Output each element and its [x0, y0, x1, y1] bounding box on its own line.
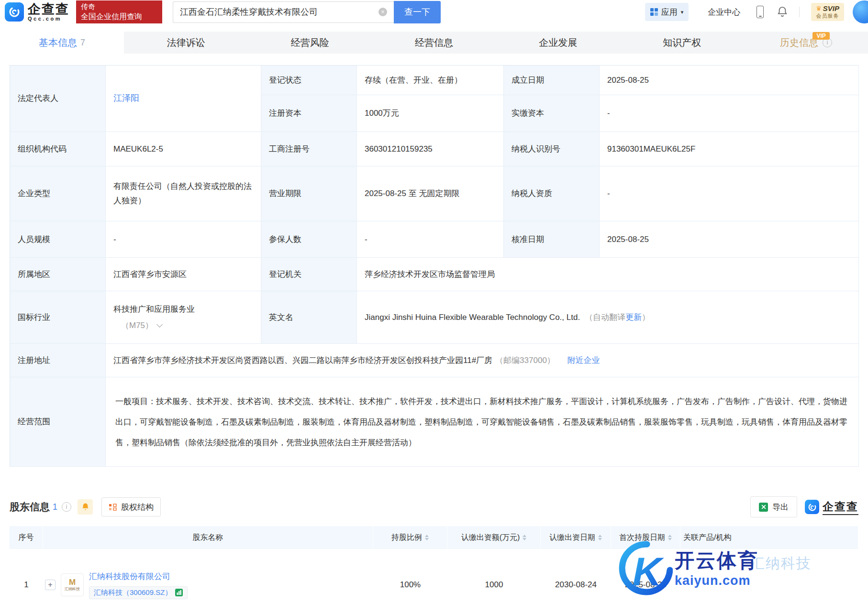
address-cell: 江西省萍乡市萍乡经济技术开发区尚贤西路以西、兴园二路以南萍乡市经济开发区创投科技…: [106, 344, 859, 377]
excel-icon: [759, 503, 768, 512]
avatar-mascot[interactable]: [853, 0, 868, 23]
field-value: -: [357, 221, 504, 258]
kaiyun-brand-text: 开云体育: [675, 549, 759, 571]
field-value: 萍乡经济技术开发区市场监督管理局: [357, 258, 859, 291]
mobile-app-icon[interactable]: [757, 6, 764, 18]
qcc-logo-text: 企查查 Qcc.com: [28, 2, 69, 22]
tab-legal[interactable]: 法律诉讼: [124, 32, 248, 54]
field-value: -: [600, 95, 859, 132]
svip-badge[interactable]: ♛ SVIP 会员服务: [811, 3, 844, 21]
expand-button[interactable]: +: [45, 580, 56, 590]
qcc-logo-icon: [805, 500, 819, 514]
col-header-amount[interactable]: 认缴出资额(万元): [447, 526, 541, 549]
field-value: 360301210159235: [357, 132, 504, 166]
qcc-logo[interactable]: 企查查 Qcc.com: [5, 2, 69, 22]
top-header: 企查查 Qcc.com 传奇 全国企业信用查询 × 查一下 应用 ▾ 企业中心 …: [0, 0, 868, 24]
caret-down-icon: ▾: [681, 9, 684, 15]
shareholders-title: 股东信息: [10, 500, 50, 514]
svg-text:K: K: [633, 549, 664, 594]
kaiyun-k-logo: K: [616, 540, 673, 597]
sort-icon: [668, 535, 672, 540]
tab-development[interactable]: 企业发展: [496, 32, 620, 54]
field-label: 纳税人资质: [504, 166, 600, 221]
shareholder-name-link[interactable]: 汇纳科技股份有限公司: [89, 571, 188, 582]
header-nav: 应用 ▾ 企业中心 ♛ SVIP 会员服务: [645, 0, 868, 23]
chevron-down-icon[interactable]: [156, 321, 163, 328]
field-label: 登记状态: [261, 66, 357, 95]
notification-bell-icon[interactable]: [777, 6, 788, 18]
shareholders-header: 股东信息 1 i 股权结构 导出 企查查: [10, 494, 858, 520]
industry-code-row: （M75）: [113, 318, 195, 333]
clear-icon[interactable]: ×: [378, 8, 387, 16]
field-label: 成立日期: [504, 66, 600, 95]
export-label: 导出: [772, 502, 789, 513]
field-label: 经营范围: [10, 377, 106, 467]
apps-menu[interactable]: 应用 ▾: [645, 3, 689, 21]
export-button[interactable]: 导出: [750, 496, 797, 517]
tab-business-info[interactable]: 经营信息: [372, 32, 496, 54]
shareholders-toolbar: 导出 企查查: [750, 496, 858, 517]
tab-bar: 基本信息 7 法律诉讼 经营风险 经营信息 企业发展 知识产权 VIP 历史信息…: [0, 32, 868, 54]
qcc-brand-text: 企查查: [823, 499, 858, 515]
sort-icon: [523, 535, 526, 540]
qcc-logo-icon: [5, 2, 24, 22]
tab-history[interactable]: VIP 历史信息 i: [744, 32, 868, 54]
legal-rep-cell: 江泽阳: [106, 66, 261, 132]
field-label: 注册资本: [261, 95, 357, 132]
tab-label: 基本信息: [39, 36, 77, 49]
field-label: 登记机关: [261, 258, 357, 291]
nearby-companies-link[interactable]: 附近企业: [568, 353, 600, 368]
industry-value: 科技推广和应用服务业: [113, 305, 195, 314]
translate-refresh-link[interactable]: 更新: [625, 310, 642, 325]
monitor-bell-icon[interactable]: [78, 499, 93, 515]
stock-chart-icon: [175, 589, 183, 596]
row-no: 1: [10, 549, 43, 615]
search-input[interactable]: [173, 1, 394, 23]
field-value: 存续（在营、开业、在册）: [357, 66, 504, 95]
industry-cell: 科技推广和应用服务业 （M75）: [106, 291, 261, 344]
tab-basic-info[interactable]: 基本信息 7: [0, 32, 124, 54]
field-value: 2025-08-25 至 无固定期限: [357, 166, 504, 221]
qcc-brand-mark: 企查查: [805, 499, 858, 515]
info-icon[interactable]: i: [62, 502, 71, 512]
sort-icon: [425, 535, 429, 540]
tab-label: 法律诉讼: [167, 36, 205, 49]
brand-domain: Qcc.com: [28, 16, 69, 22]
tab-operating-risk[interactable]: 经营风险: [248, 32, 372, 54]
enterprise-center-link[interactable]: 企业中心: [708, 7, 740, 18]
basic-info-table: 法定代表人 江泽阳 登记状态 存续（在营、开业、在册） 成立日期 2025-08…: [10, 65, 858, 467]
shareholders-count: 1: [53, 502, 57, 512]
field-label: 营业期限: [261, 166, 357, 221]
field-value: -: [106, 221, 261, 258]
english-name-value: Jiangxi Jinshi Huina Flexible Wearable T…: [365, 310, 580, 325]
tab-label: 企业发展: [539, 36, 577, 49]
promo-banner-line1: 传奇: [81, 2, 157, 11]
field-label: 国标行业: [10, 291, 106, 344]
tab-label: 经营信息: [415, 36, 453, 49]
vip-badge: VIP: [812, 32, 829, 40]
field-label: 企业类型: [10, 166, 106, 221]
field-label: 核准日期: [504, 221, 600, 258]
address-zip: （邮编337000）: [495, 353, 555, 368]
field-label: 纳税人识别号: [504, 132, 600, 166]
search-button[interactable]: 查一下: [394, 1, 441, 23]
col-header-ratio[interactable]: 持股比例: [373, 526, 447, 549]
col-header-name: 股东名称: [43, 526, 373, 549]
apps-menu-label: 应用: [661, 7, 678, 18]
col-header-no: 序号: [10, 526, 43, 549]
field-value: 江西省萍乡市安源区: [106, 258, 261, 291]
field-value: 2025-08-25: [600, 66, 859, 95]
tab-ip[interactable]: 知识产权: [620, 32, 744, 54]
field-label: 组织机构代码: [10, 132, 106, 166]
field-value: -: [600, 166, 859, 221]
equity-structure-button[interactable]: 股权结构: [101, 497, 161, 516]
shareholder-logo: M 汇纳科技: [61, 573, 84, 596]
field-value: 有限责任公司（自然人投资或控股的法人独资）: [106, 166, 261, 221]
industry-code: （M75）: [121, 321, 153, 330]
logo-caption: 汇纳科技: [65, 587, 80, 592]
stock-tag[interactable]: 汇纳科技（300609.SZ）: [89, 586, 188, 599]
legal-rep-link[interactable]: 江泽阳: [113, 91, 139, 106]
business-scope-value: 一般项目：技术服务、技术开发、技术咨询、技术交流、技术转让、技术推广，软件开发，…: [115, 391, 849, 453]
svip-sublabel: 会员服务: [816, 12, 839, 20]
col-header-subscribe-date[interactable]: 认缴出资日期: [541, 526, 611, 549]
